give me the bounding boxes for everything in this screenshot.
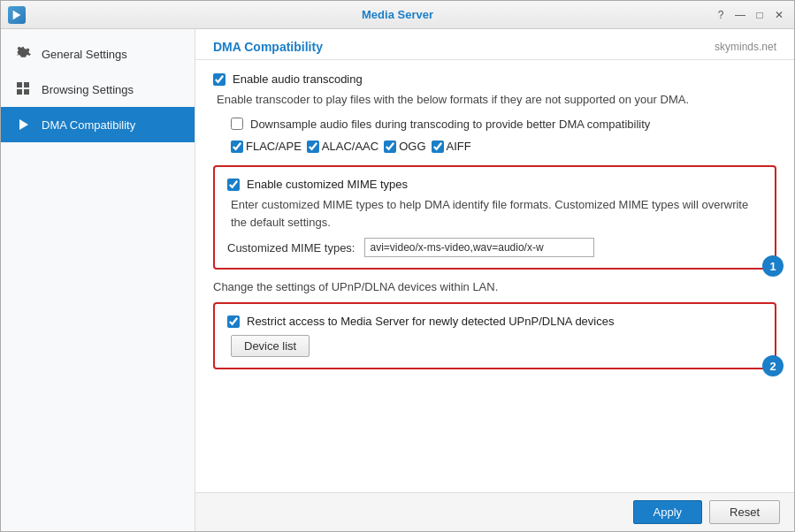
window-controls: ? — □ ✕ (713, 7, 787, 23)
sidebar: General Settings Browsing Settings DM (1, 29, 195, 531)
upnp-description: Change the settings of UPnP/DLNA devices… (213, 280, 776, 293)
sidebar-label-browsing: Browsing Settings (42, 83, 134, 96)
apply-button[interactable]: Apply (633, 500, 703, 524)
main-header: DMA Compatibility skyminds.net (195, 29, 794, 60)
format-flac: FLAC/APE (231, 140, 302, 153)
brand-text: skyminds.net (715, 41, 776, 53)
restrict-access-label[interactable]: Restrict access to Media Server for newl… (247, 315, 614, 328)
upnp-box: Restrict access to Media Server for newl… (213, 302, 776, 369)
flac-checkbox[interactable] (231, 141, 243, 153)
restrict-access-checkbox[interactable] (227, 315, 240, 328)
mime-types-input[interactable] (364, 238, 594, 257)
ogg-label[interactable]: OGG (399, 140, 425, 153)
content-area: General Settings Browsing Settings DM (1, 29, 794, 531)
close-button[interactable]: ✕ (771, 7, 787, 23)
audio-transcoding-row: Enable audio transcoding (213, 72, 776, 86)
minimize-button[interactable]: — (732, 7, 748, 23)
mime-types-row: Enable customized MIME types (227, 178, 762, 191)
mime-input-row: Customized MIME types: (227, 238, 762, 257)
format-alac: ALAC/AAC (307, 140, 378, 153)
main-body: Enable audio transcoding Enable transcod… (195, 60, 794, 492)
grid-icon (15, 80, 33, 98)
enable-mime-types-checkbox[interactable] (227, 179, 240, 191)
downsample-checkbox[interactable] (231, 118, 243, 130)
sidebar-item-general-settings[interactable]: General Settings (1, 36, 195, 72)
section-title: DMA Compatibility (213, 40, 323, 54)
svg-rect-1 (17, 82, 22, 87)
alac-label[interactable]: ALAC/AAC (322, 140, 378, 153)
sidebar-item-dma-compatibility[interactable]: DMA Compatibility (1, 107, 195, 142)
sidebar-label-dma: DMA Compatibility (42, 118, 135, 132)
format-aiff: AIFF (432, 140, 471, 153)
svg-rect-3 (17, 89, 22, 95)
ogg-checkbox[interactable] (384, 141, 396, 153)
window-title: Media Server (362, 8, 433, 21)
title-bar: Media Server ? — □ ✕ (1, 1, 794, 29)
sidebar-item-browsing-settings[interactable]: Browsing Settings (1, 72, 195, 107)
main-panel: DMA Compatibility skyminds.net Enable au… (195, 29, 794, 531)
footer: Apply Reset (195, 492, 794, 531)
enable-mime-types-label[interactable]: Enable customized MIME types (247, 178, 408, 191)
sidebar-label-general: General Settings (42, 48, 127, 61)
svg-rect-2 (24, 82, 29, 87)
app-window: Media Server ? — □ ✕ General Settings (0, 0, 795, 532)
badge-1: 1 (762, 255, 784, 277)
enable-audio-transcoding-checkbox[interactable] (213, 73, 226, 86)
help-button[interactable]: ? (713, 7, 729, 23)
device-list-container: Device list (227, 335, 762, 357)
maximize-button[interactable]: □ (752, 7, 768, 23)
downsample-label[interactable]: Downsample audio files during transcodin… (250, 116, 650, 133)
downsample-row: Downsample audio files during transcodin… (213, 116, 776, 133)
format-row: FLAC/APE ALAC/AAC OGG AIFF (213, 140, 776, 153)
badge-2: 2 (762, 355, 784, 376)
aiff-label[interactable]: AIFF (447, 140, 471, 153)
restrict-access-row: Restrict access to Media Server for newl… (227, 315, 762, 328)
format-ogg: OGG (384, 140, 425, 153)
svg-marker-5 (19, 119, 28, 130)
enable-audio-transcoding-label[interactable]: Enable audio transcoding (233, 72, 363, 86)
svg-rect-4 (24, 89, 29, 95)
mime-description: Enter customized MIME types to help DMA … (227, 196, 762, 231)
mime-types-box: Enable customized MIME types Enter custo… (213, 165, 776, 270)
aiff-checkbox[interactable] (432, 141, 444, 153)
alac-checkbox[interactable] (307, 141, 319, 153)
svg-marker-0 (13, 10, 21, 19)
play-icon (15, 116, 33, 133)
app-icon (8, 6, 26, 24)
title-bar-left (8, 6, 26, 24)
reset-button[interactable]: Reset (709, 500, 780, 524)
audio-transcoding-description: Enable transcoder to play files with the… (213, 91, 776, 109)
mime-label: Customized MIME types: (227, 241, 355, 255)
device-list-button[interactable]: Device list (231, 335, 310, 357)
flac-label[interactable]: FLAC/APE (246, 140, 302, 153)
audio-transcoding-section: Enable audio transcoding Enable transcod… (213, 72, 776, 153)
gear-icon (15, 45, 33, 63)
